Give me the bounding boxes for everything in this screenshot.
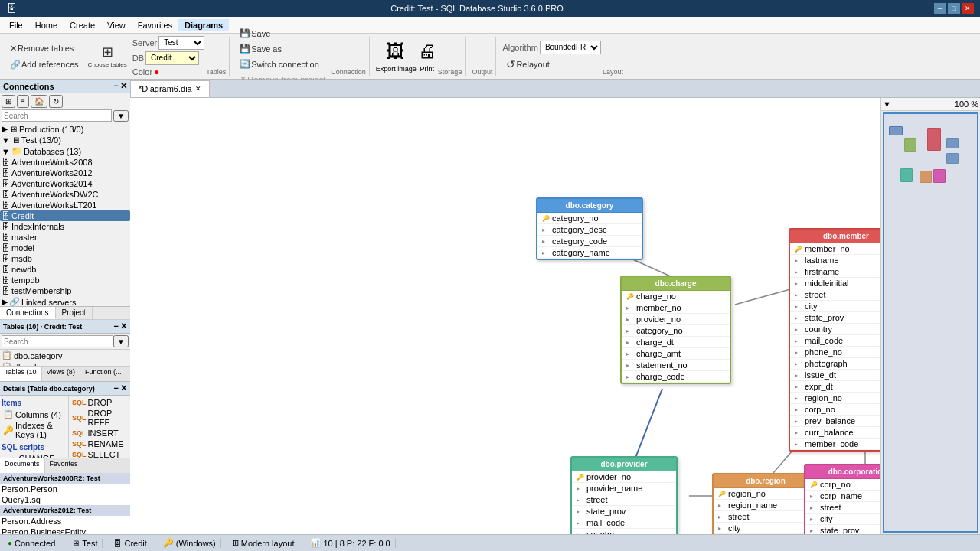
field-icon: ▸: [795, 292, 802, 298]
tree-adventureworks2008[interactable]: 🗄 AdventureWorks2008: [0, 157, 130, 168]
newdb-icon: 🗄: [2, 265, 10, 274]
indexes-icon: 🔑: [3, 425, 14, 435]
menu-file[interactable]: File: [3, 19, 29, 31]
field-icon: ▸: [795, 383, 802, 390]
tree-production[interactable]: ▶ 🖥 Production (13/0): [0, 123, 130, 135]
menu-create[interactable]: Create: [64, 19, 101, 31]
connections-collapse[interactable]: −: [114, 81, 119, 91]
model-icon: 🗄: [2, 243, 10, 253]
menu-diagrams[interactable]: Diagrams: [178, 19, 229, 31]
server-select[interactable]: Test: [158, 36, 204, 50]
switch-connection-button[interactable]: 🔄 Switch connection: [236, 57, 329, 71]
tables-group-label: Tables: [206, 68, 226, 76]
drop-item[interactable]: SQL DROP: [70, 397, 129, 408]
save-button[interactable]: 💾 Save: [236, 26, 329, 41]
conn-grid-btn[interactable]: ⊞: [2, 95, 15, 108]
table-provider-diagram[interactable]: dbo.provider 🔑provider_no ▸provider_name…: [570, 456, 678, 534]
tree-adventureworks2014[interactable]: 🗄 AdventureWorks2014: [0, 178, 130, 189]
add-references-button[interactable]: 🔗 Add references: [6, 57, 83, 72]
charge-row-6: ▸charge_amt: [622, 348, 730, 360]
add-references-icon: 🔗: [10, 60, 21, 70]
tables-title: Tables (10) · Credit: Test: [3, 323, 82, 331]
rename-sql-icon: SQL: [72, 440, 87, 448]
conn-home-btn[interactable]: 🏠: [31, 95, 47, 108]
tree-test[interactable]: ▼ 🖥 Test (13/0): [0, 135, 130, 145]
relayout-button[interactable]: ↺ Relayout: [502, 56, 600, 73]
choose-tables-button[interactable]: ⊞ Choose tables: [84, 41, 131, 72]
rename-item[interactable]: SQL RENAME: [70, 439, 129, 449]
table-charge-diagram[interactable]: dbo.charge 🔑charge_no ▸member_no ▸provid…: [620, 276, 731, 384]
window-title: Credit: Test - SQL Database Studio 3.6.0…: [20, 4, 934, 13]
columns-item[interactable]: 📋 Columns (4): [2, 409, 67, 420]
tables-collapse[interactable]: −: [114, 321, 119, 331]
tables-search-dropdown[interactable]: ▼: [113, 335, 129, 347]
tree-adventureworkslt[interactable]: 🗄 AdventureWorksLT201: [0, 200, 130, 210]
remove-tables-button[interactable]: ✕ Remove tables: [6, 41, 83, 56]
relayout-icon: ↺: [506, 58, 515, 70]
testmem-icon: 🗄: [2, 286, 10, 295]
table-region-diagram[interactable]: dbo.region 🔑region_no ▸region_name ▸stre…: [712, 473, 819, 534]
conn-refresh-btn[interactable]: ↻: [49, 95, 63, 108]
details-controls[interactable]: − ✕: [114, 383, 127, 393]
tree-linked-servers[interactable]: ▶ 🔗 Linked servers: [0, 296, 130, 307]
diagram-tab-active[interactable]: *Diagram6.dia ✕: [130, 80, 210, 97]
tree-msdb[interactable]: 🗄 msdb: [0, 253, 130, 264]
close-button[interactable]: ✕: [962, 3, 974, 14]
connections-controls[interactable]: − ✕: [114, 81, 127, 91]
algorithm-select[interactable]: BoundedFR: [540, 41, 601, 54]
drop-refe-item[interactable]: SQL DROP REFE: [70, 408, 129, 428]
color-indicator[interactable]: ●: [154, 67, 159, 77]
save-as-button[interactable]: 💾 Save as: [236, 41, 329, 56]
connections-search[interactable]: [2, 109, 112, 122]
tree-adventureworks2012[interactable]: 🗄 AdventureWorks2012: [0, 168, 130, 178]
connections-close[interactable]: ✕: [120, 81, 127, 91]
insert-item[interactable]: SQL INSERT: [70, 428, 129, 439]
tree-adventureworksdw[interactable]: 🗄 AdventureWorksDW2C: [0, 189, 130, 200]
table-category-diagram[interactable]: dbo.category 🔑category_no ▸category_desc…: [536, 197, 643, 260]
details-close[interactable]: ✕: [120, 383, 127, 393]
tree-testmembership[interactable]: 🗄 testMembership: [0, 285, 130, 296]
tab-connections[interactable]: Connections: [0, 307, 56, 319]
tab-project[interactable]: Project: [56, 307, 93, 319]
tree-credit[interactable]: 🗄 Credit: [0, 210, 130, 221]
person-address[interactable]: Person.Address: [0, 516, 130, 527]
tab-tables-count[interactable]: Tables (10: [0, 367, 42, 381]
person-person[interactable]: Person.Person: [0, 484, 130, 494]
diagram-tab-close[interactable]: ✕: [195, 85, 201, 93]
tab-documents[interactable]: Documents: [0, 458, 45, 473]
search-dropdown-btn[interactable]: ▼: [113, 110, 129, 122]
tables-controls[interactable]: − ✕: [114, 321, 127, 331]
table-item-category[interactable]: 📋 dbo.category: [0, 350, 130, 361]
mini-map-dropdown-btn[interactable]: ▼: [883, 99, 891, 109]
details-collapse[interactable]: −: [114, 383, 119, 393]
maximize-button[interactable]: □: [948, 3, 960, 14]
indexes-item[interactable]: 🔑 Indexes & Keys (1): [2, 420, 67, 440]
master-icon: 🗄: [2, 233, 10, 242]
tree-tempdb[interactable]: 🗄 tempdb: [0, 275, 130, 285]
select-item[interactable]: SQL SELECT: [70, 449, 129, 458]
db-select[interactable]: Credit: [145, 51, 199, 65]
tree-indexinternals[interactable]: 🗄 IndexInternals: [0, 221, 130, 232]
query1-sq[interactable]: Query1.sq: [0, 494, 130, 505]
tab-functions[interactable]: Function (...: [80, 367, 126, 381]
tab-views[interactable]: Views (8): [42, 367, 80, 381]
columns-icon: 📋: [3, 409, 14, 419]
region-row-3: ▸street: [714, 511, 818, 523]
person-business[interactable]: Person.BusinessEntity.: [0, 527, 130, 535]
tree-model[interactable]: 🗄 model: [0, 243, 130, 253]
tables-close[interactable]: ✕: [120, 321, 127, 331]
tree-databases[interactable]: ▼ 📁 Databases (13): [0, 145, 130, 157]
tree-master[interactable]: 🗄 master: [0, 232, 130, 243]
window-controls[interactable]: ─ □ ✕: [934, 3, 974, 14]
conn-list-btn[interactable]: ≡: [17, 95, 29, 108]
tree-newdb[interactable]: 🗄 newdb: [0, 264, 130, 275]
diagram-canvas[interactable]: dbo.category 🔑category_no ▸category_desc…: [130, 98, 980, 534]
menu-view[interactable]: View: [101, 19, 132, 31]
charge-row-1: 🔑charge_no: [622, 291, 730, 302]
menu-favorites[interactable]: Favorites: [132, 19, 178, 31]
tables-search[interactable]: [2, 335, 113, 347]
minimize-button[interactable]: ─: [934, 3, 946, 14]
charge-row-3: ▸provider_no: [622, 314, 730, 325]
menu-home[interactable]: Home: [29, 19, 64, 31]
tab-favorites[interactable]: Favorites: [45, 458, 83, 473]
